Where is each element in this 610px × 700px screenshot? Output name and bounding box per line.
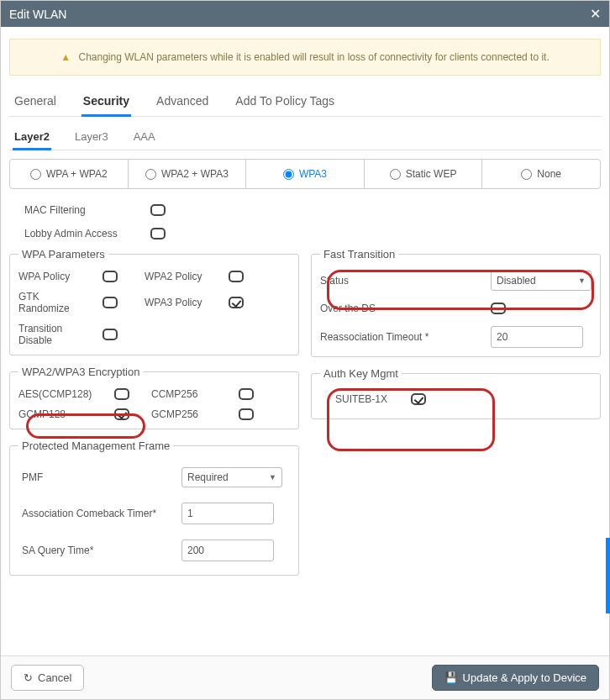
pmf-legend: Protected Management Frame (18, 439, 173, 452)
chevron-down-icon: ▼ (578, 276, 586, 285)
encryption-legend: WPA2/WPA3 Encryption (18, 366, 143, 378)
tab-security[interactable]: Security (82, 87, 131, 117)
apply-button[interactable]: 💾 Update & Apply to Device (432, 665, 599, 691)
wpa2-policy-label: WPA2 Policy (145, 271, 212, 282)
lobby-admin-label: Lobby Admin Access (24, 228, 134, 239)
auth-key-mgmt-group: Auth Key Mgmt SUITEB-1X (311, 367, 601, 419)
save-icon: 💾 (444, 671, 458, 684)
wpa-policy-checkbox[interactable] (103, 271, 118, 282)
mac-filtering-label: MAC Filtering (24, 204, 134, 216)
radio-static-wep[interactable]: Static WEP (365, 160, 483, 188)
reassoc-timeout-label: Reassociation Timeout * (320, 331, 484, 343)
suiteb-1x-label: SUITEB-1X (335, 393, 387, 405)
radio-none[interactable]: None (482, 160, 600, 188)
subtab-aaa[interactable]: AAA (132, 125, 157, 150)
transition-disable-checkbox[interactable] (103, 329, 118, 340)
tab-policy-tags[interactable]: Add To Policy Tags (234, 87, 336, 116)
undo-icon: ↻ (24, 671, 33, 684)
auth-key-mgmt-legend: Auth Key Mgmt (320, 367, 402, 380)
security-mode-radiogroup: WPA + WPA2 WPA2 + WPA3 WPA3 Static WEP N… (9, 159, 601, 189)
apply-label: Update & Apply to Device (463, 671, 586, 684)
lobby-admin-checkbox[interactable] (150, 228, 166, 239)
suiteb-1x-checkbox[interactable] (411, 393, 426, 405)
ccmp256-label: CCMP256 (151, 388, 227, 400)
pmf-select[interactable]: Required ▼ (181, 467, 282, 487)
main-tabs: General Security Advanced Add To Policy … (9, 87, 601, 117)
ft-status-label: Status (320, 275, 484, 287)
warning-icon: ▲ (60, 51, 71, 63)
titlebar: Edit WLAN ✕ (1, 1, 609, 27)
gtk-randomize-label: GTK Randomize (18, 291, 86, 314)
wpa-parameters-group: WPA Parameters WPA Policy WPA2 Policy GT… (9, 248, 299, 355)
subtab-layer2[interactable]: Layer2 (13, 125, 51, 150)
chevron-down-icon: ▼ (269, 473, 276, 482)
gtk-randomize-checkbox[interactable] (103, 297, 118, 308)
subtab-layer3[interactable]: Layer3 (73, 125, 110, 150)
wpa3-policy-checkbox[interactable] (229, 297, 244, 308)
radio-wpa2-wpa3[interactable]: WPA2 + WPA3 (129, 160, 247, 188)
gcmp256-checkbox[interactable] (239, 408, 254, 420)
tab-advanced[interactable]: Advanced (155, 87, 210, 116)
fast-transition-group: Fast Transition Status Disabled ▼ Over t… (311, 248, 601, 357)
cancel-label: Cancel (38, 671, 71, 684)
pmf-select-value: Required (187, 471, 229, 483)
wpa2-policy-checkbox[interactable] (229, 271, 244, 282)
close-icon[interactable]: ✕ (590, 6, 601, 22)
wpa-parameters-legend: WPA Parameters (18, 248, 108, 261)
aes-ccmp128-checkbox[interactable] (114, 388, 129, 400)
sa-query-input[interactable] (181, 539, 274, 561)
aes-ccmp128-label: AES(CCMP128) (18, 388, 103, 400)
cancel-button[interactable]: ↻ Cancel (11, 665, 84, 691)
encryption-group: WPA2/WPA3 Encryption AES(CCMP128) CCMP25… (9, 366, 299, 429)
over-the-ds-label: Over the DS (320, 303, 484, 314)
ft-status-value: Disabled (497, 275, 536, 287)
ccmp256-checkbox[interactable] (239, 388, 254, 400)
over-the-ds-checkbox[interactable] (491, 303, 506, 314)
warning-text: Changing WLAN parameters while it is ena… (78, 51, 549, 63)
wpa-policy-label: WPA Policy (18, 271, 86, 282)
ft-status-select[interactable]: Disabled ▼ (491, 271, 592, 291)
accent-indicator (606, 538, 610, 613)
assoc-comeback-input[interactable] (181, 503, 274, 524)
mac-filtering-checkbox[interactable] (150, 204, 166, 216)
tab-general[interactable]: General (13, 87, 58, 116)
wpa3-policy-label: WPA3 Policy (145, 297, 212, 308)
assoc-comeback-label: Association Comeback Timer* (22, 508, 181, 519)
sa-query-label: SA Query Time* (22, 545, 181, 556)
reassoc-timeout-input[interactable] (491, 326, 583, 348)
radio-wpa3[interactable]: WPA3 (246, 160, 365, 188)
gcmp256-label: GCMP256 (151, 408, 227, 420)
warning-banner: ▲ Changing WLAN parameters while it is e… (9, 39, 601, 76)
transition-disable-label: Transition Disable (18, 323, 86, 346)
gcmp128-checkbox[interactable] (114, 408, 129, 420)
fast-transition-legend: Fast Transition (320, 248, 398, 261)
radio-wpa-wpa2[interactable]: WPA + WPA2 (10, 160, 129, 188)
footer: ↻ Cancel 💾 Update & Apply to Device (1, 655, 609, 699)
gcmp128-label: GCMP128 (18, 408, 103, 420)
sub-tabs: Layer2 Layer3 AAA (9, 125, 601, 150)
pmf-group: Protected Management Frame PMF Required … (9, 439, 299, 576)
modal-title: Edit WLAN (9, 8, 66, 21)
pmf-label: PMF (22, 471, 181, 483)
